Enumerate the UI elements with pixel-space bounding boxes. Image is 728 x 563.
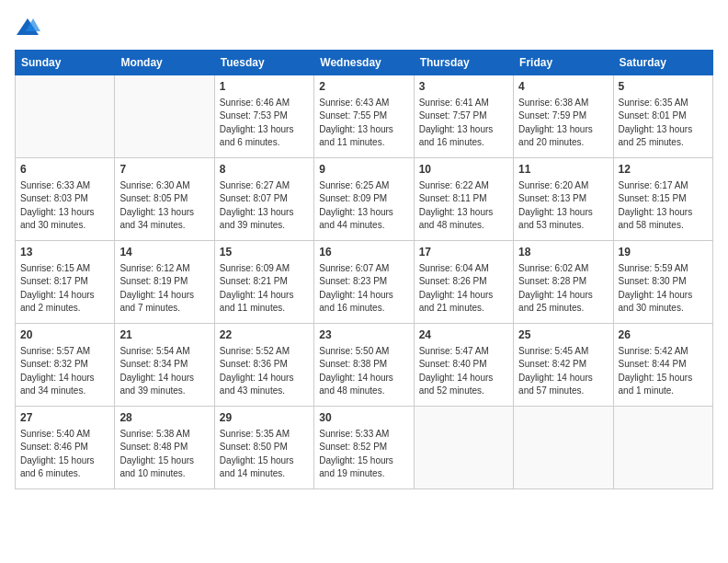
day-number: 16: [319, 245, 408, 260]
calendar-cell: 7Sunrise: 6:30 AMSunset: 8:05 PMDaylight…: [115, 158, 214, 241]
day-number: 18: [518, 245, 608, 260]
calendar-cell: 13Sunrise: 6:15 AMSunset: 8:17 PMDayligh…: [16, 241, 115, 324]
day-info: Sunrise: 6:09 AMSunset: 8:21 PMDaylight:…: [220, 262, 309, 316]
day-info: Sunrise: 5:50 AMSunset: 8:38 PMDaylight:…: [319, 345, 408, 398]
calendar-cell: 22Sunrise: 5:52 AMSunset: 8:36 PMDayligh…: [214, 324, 313, 407]
day-number: 20: [20, 327, 109, 343]
day-info: Sunrise: 6:35 AMSunset: 8:01 PMDaylight:…: [619, 97, 708, 150]
calendar-cell: 9Sunrise: 6:25 AMSunset: 8:09 PMDaylight…: [314, 158, 414, 241]
day-info: Sunrise: 5:38 AMSunset: 8:48 PMDaylight:…: [119, 428, 209, 481]
day-number: 3: [419, 79, 508, 95]
day-info: Sunrise: 6:25 AMSunset: 8:09 PMDaylight:…: [319, 179, 408, 233]
day-info: Sunrise: 5:33 AMSunset: 8:52 PMDaylight:…: [319, 428, 408, 481]
calendar-week-4: 20Sunrise: 5:57 AMSunset: 8:32 PMDayligh…: [16, 324, 713, 407]
calendar-cell: [115, 75, 214, 158]
day-number: 2: [319, 79, 408, 95]
calendar-header-row: SundayMondayTuesdayWednesdayThursdayFrid…: [16, 51, 713, 75]
day-number: 26: [619, 327, 708, 343]
day-number: 5: [619, 79, 708, 95]
day-info: Sunrise: 5:52 AMSunset: 8:36 PMDaylight:…: [220, 345, 309, 398]
day-number: 21: [119, 327, 209, 343]
calendar-cell: [514, 407, 613, 489]
calendar-cell: 17Sunrise: 6:04 AMSunset: 8:26 PMDayligh…: [414, 241, 513, 324]
day-info: Sunrise: 5:59 AMSunset: 8:30 PMDaylight:…: [619, 262, 708, 316]
day-info: Sunrise: 5:42 AMSunset: 8:44 PMDaylight:…: [619, 345, 708, 398]
day-info: Sunrise: 5:54 AMSunset: 8:34 PMDaylight:…: [119, 345, 209, 398]
calendar-cell: 12Sunrise: 6:17 AMSunset: 8:15 PMDayligh…: [613, 158, 712, 241]
page-header: [15, 15, 713, 40]
day-number: 15: [220, 245, 309, 260]
calendar-cell: 25Sunrise: 5:45 AMSunset: 8:42 PMDayligh…: [514, 324, 613, 407]
calendar-week-2: 6Sunrise: 6:33 AMSunset: 8:03 PMDaylight…: [16, 158, 713, 241]
calendar-cell: 30Sunrise: 5:33 AMSunset: 8:52 PMDayligh…: [314, 407, 414, 489]
calendar-week-5: 27Sunrise: 5:40 AMSunset: 8:46 PMDayligh…: [16, 407, 713, 489]
calendar-week-3: 13Sunrise: 6:15 AMSunset: 8:17 PMDayligh…: [16, 241, 713, 324]
day-info: Sunrise: 5:35 AMSunset: 8:50 PMDaylight:…: [220, 428, 309, 481]
calendar-cell: 1Sunrise: 6:46 AMSunset: 7:53 PMDaylight…: [214, 75, 313, 158]
calendar-cell: 8Sunrise: 6:27 AMSunset: 8:07 PMDaylight…: [214, 158, 313, 241]
calendar-header-friday: Friday: [514, 51, 613, 75]
day-info: Sunrise: 6:43 AMSunset: 7:55 PMDaylight:…: [319, 97, 408, 150]
day-info: Sunrise: 5:45 AMSunset: 8:42 PMDaylight:…: [518, 345, 608, 398]
calendar-cell: 29Sunrise: 5:35 AMSunset: 8:50 PMDayligh…: [214, 407, 313, 489]
day-number: 17: [419, 245, 508, 260]
calendar-header-thursday: Thursday: [414, 51, 513, 75]
day-number: 22: [220, 327, 309, 343]
calendar-cell: 24Sunrise: 5:47 AMSunset: 8:40 PMDayligh…: [414, 324, 513, 407]
calendar-header-sunday: Sunday: [16, 51, 115, 75]
day-info: Sunrise: 6:12 AMSunset: 8:19 PMDaylight:…: [119, 262, 209, 316]
day-number: 29: [220, 410, 309, 426]
calendar-cell: 10Sunrise: 6:22 AMSunset: 8:11 PMDayligh…: [414, 158, 513, 241]
day-number: 11: [518, 162, 608, 178]
day-info: Sunrise: 5:40 AMSunset: 8:46 PMDaylight:…: [20, 428, 109, 481]
day-number: 1: [220, 79, 309, 95]
calendar-cell: 26Sunrise: 5:42 AMSunset: 8:44 PMDayligh…: [613, 324, 712, 407]
day-number: 10: [419, 162, 508, 178]
generalblue-logo-icon: [15, 15, 40, 40]
day-info: Sunrise: 6:17 AMSunset: 8:15 PMDaylight:…: [619, 179, 708, 233]
day-info: Sunrise: 6:02 AMSunset: 8:28 PMDaylight:…: [518, 262, 608, 316]
day-number: 25: [518, 327, 608, 343]
day-number: 7: [119, 162, 209, 178]
day-number: 23: [319, 327, 408, 343]
day-info: Sunrise: 6:22 AMSunset: 8:11 PMDaylight:…: [419, 179, 508, 233]
calendar-cell: 21Sunrise: 5:54 AMSunset: 8:34 PMDayligh…: [115, 324, 214, 407]
day-number: 14: [119, 245, 209, 260]
logo: [15, 15, 44, 40]
calendar-cell: 4Sunrise: 6:38 AMSunset: 7:59 PMDaylight…: [514, 75, 613, 158]
calendar-cell: 23Sunrise: 5:50 AMSunset: 8:38 PMDayligh…: [314, 324, 414, 407]
day-info: Sunrise: 5:57 AMSunset: 8:32 PMDaylight:…: [20, 345, 109, 398]
calendar-cell: 19Sunrise: 5:59 AMSunset: 8:30 PMDayligh…: [613, 241, 712, 324]
calendar-cell: [414, 407, 513, 489]
day-info: Sunrise: 6:27 AMSunset: 8:07 PMDaylight:…: [220, 179, 309, 233]
calendar-header-tuesday: Tuesday: [214, 51, 313, 75]
calendar-week-1: 1Sunrise: 6:46 AMSunset: 7:53 PMDaylight…: [16, 75, 713, 158]
day-info: Sunrise: 6:30 AMSunset: 8:05 PMDaylight:…: [119, 179, 209, 233]
calendar-cell: 6Sunrise: 6:33 AMSunset: 8:03 PMDaylight…: [16, 158, 115, 241]
day-info: Sunrise: 6:46 AMSunset: 7:53 PMDaylight:…: [220, 97, 309, 150]
day-info: Sunrise: 6:07 AMSunset: 8:23 PMDaylight:…: [319, 262, 408, 316]
calendar-cell: 15Sunrise: 6:09 AMSunset: 8:21 PMDayligh…: [214, 241, 313, 324]
calendar-cell: 3Sunrise: 6:41 AMSunset: 7:57 PMDaylight…: [414, 75, 513, 158]
day-number: 30: [319, 410, 408, 426]
day-number: 27: [20, 410, 109, 426]
day-number: 4: [518, 79, 608, 95]
calendar-cell: 27Sunrise: 5:40 AMSunset: 8:46 PMDayligh…: [16, 407, 115, 489]
day-info: Sunrise: 6:41 AMSunset: 7:57 PMDaylight:…: [419, 97, 508, 150]
day-number: 9: [319, 162, 408, 178]
day-info: Sunrise: 6:38 AMSunset: 7:59 PMDaylight:…: [518, 97, 608, 150]
calendar-header-monday: Monday: [115, 51, 214, 75]
calendar-cell: 28Sunrise: 5:38 AMSunset: 8:48 PMDayligh…: [115, 407, 214, 489]
day-number: 12: [619, 162, 708, 178]
calendar-cell: 5Sunrise: 6:35 AMSunset: 8:01 PMDaylight…: [613, 75, 712, 158]
calendar-cell: 18Sunrise: 6:02 AMSunset: 8:28 PMDayligh…: [514, 241, 613, 324]
calendar-cell: [613, 407, 712, 489]
day-number: 24: [419, 327, 508, 343]
day-info: Sunrise: 6:04 AMSunset: 8:26 PMDaylight:…: [419, 262, 508, 316]
calendar-table: SundayMondayTuesdayWednesdayThursdayFrid…: [15, 50, 713, 489]
calendar-cell: 14Sunrise: 6:12 AMSunset: 8:19 PMDayligh…: [115, 241, 214, 324]
calendar-header-wednesday: Wednesday: [314, 51, 414, 75]
calendar-cell: 2Sunrise: 6:43 AMSunset: 7:55 PMDaylight…: [314, 75, 414, 158]
day-info: Sunrise: 5:47 AMSunset: 8:40 PMDaylight:…: [419, 345, 508, 398]
day-number: 13: [20, 245, 109, 260]
